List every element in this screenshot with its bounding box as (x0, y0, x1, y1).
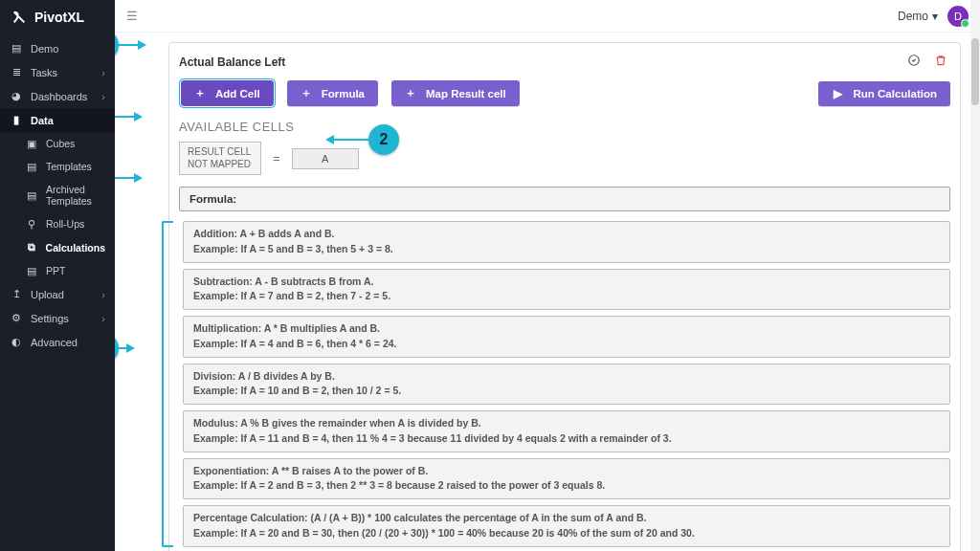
collapse-icon[interactable]: ☰ (126, 9, 138, 23)
nav-icon: ▤ (10, 42, 23, 55)
result-cell-box[interactable]: RESULT CELL NOT MAPPED (179, 142, 261, 175)
callout-4: 4 (115, 333, 119, 364)
plus-icon: ＋ (405, 86, 416, 100)
nav-icon: ▣ (25, 138, 38, 149)
plus-icon: ＋ (301, 86, 312, 100)
sidebar-item-ppt[interactable]: ▤PPT (0, 259, 115, 282)
help-block: Multiplication: A * B multiplies A and B… (183, 316, 950, 358)
nav-icon: ≣ (10, 66, 23, 78)
chevron-right-icon: › (101, 67, 105, 78)
sidebar-item-label: Demo (31, 43, 58, 55)
sidebar-item-tasks[interactable]: ≣Tasks› (0, 60, 115, 84)
caret-down-icon: ▾ (932, 10, 938, 23)
scrollbar-thumb[interactable] (971, 38, 979, 105)
nav-icon: ◕ (10, 90, 23, 102)
nav-icon: ⚲ (25, 218, 38, 230)
sidebar-item-label: Advanced (31, 337, 78, 348)
sidebar-item-label: Settings (31, 313, 69, 324)
sidebar-item-roll-ups[interactable]: ⚲Roll-Ups (0, 212, 115, 235)
sidebar-item-label: Data (31, 115, 54, 126)
main: ☰ Demo ▾ D 5 1 3 (115, 0, 980, 551)
sidebar-item-label: Calculations (46, 242, 105, 253)
nav-icon: ⚙ (10, 312, 23, 324)
formula-label-box: Formula: (179, 187, 950, 211)
bracket-icon (162, 221, 173, 547)
map-result-button[interactable]: ＋ Map Result cell (391, 80, 520, 106)
nav-icon: ↥ (10, 288, 23, 300)
chevron-right-icon: › (101, 289, 105, 300)
sidebar-item-label: Roll-Ups (46, 218, 84, 230)
calculation-panel: Actual Balance Left ＋ Add Cell (168, 42, 961, 551)
nav-icon: ⧉ (25, 241, 38, 253)
edit-button[interactable] (904, 51, 924, 73)
brand: PivotXL (0, 0, 115, 36)
nav-icon: ▤ (25, 189, 38, 201)
sidebar-item-label: ArchivedTemplates (46, 184, 92, 207)
nav-list: ▤Demo≣Tasks›◕Dashboards›▮Data▣Cubes▤Temp… (0, 36, 115, 354)
chevron-right-icon: › (101, 313, 105, 324)
panel-title: Actual Balance Left (179, 55, 285, 69)
sidebar-item-calculations[interactable]: ⧉Calculations (0, 235, 115, 259)
sidebar-item-demo[interactable]: ▤Demo (0, 36, 115, 60)
nav-icon: ▮ (10, 114, 23, 126)
sidebar-item-data[interactable]: ▮Data (0, 108, 115, 132)
play-icon: ▶ (832, 87, 843, 100)
logo-icon (11, 10, 27, 25)
sidebar-item-cubes[interactable]: ▣Cubes (0, 132, 115, 155)
sidebar-item-upload[interactable]: ↥Upload› (0, 282, 115, 306)
sidebar-item-advanced[interactable]: ◐Advanced (0, 330, 115, 354)
sidebar-item-label: Tasks (31, 67, 57, 78)
help-block: Division: A / B divides A by B.Example: … (183, 364, 950, 406)
trash-icon (934, 54, 947, 67)
sidebar-item-label: PPT (46, 265, 65, 276)
help-block: Exponentiation: A ** B raises A to the p… (183, 458, 950, 500)
sidebar: PivotXL ▤Demo≣Tasks›◕Dashboards›▮Data▣Cu… (0, 0, 115, 551)
sidebar-item-settings[interactable]: ⚙Settings› (0, 306, 115, 330)
help-block: Percentage Calculation: (A / (A + B)) * … (183, 505, 950, 547)
sidebar-item-label: Dashboards (31, 91, 87, 102)
available-cells-label: AVAILABLE CELLS (179, 120, 950, 134)
content: 5 1 3 4 2 (115, 33, 980, 551)
sidebar-item-archived-templates[interactable]: ▤ArchivedTemplates (0, 178, 115, 212)
callout-5: 5 (115, 33, 119, 60)
sidebar-item-label: Upload (31, 289, 64, 300)
cell-a[interactable]: A (292, 148, 359, 169)
brand-text: PivotXL (34, 10, 84, 25)
delete-button[interactable] (931, 51, 950, 73)
help-block: Modulus: A % B gives the remainder when … (183, 410, 950, 452)
plus-icon: ＋ (194, 86, 206, 100)
button-row: ＋ Add Cell ＋ Formula ＋ Map Result cell ▶ (179, 80, 950, 106)
help-area: Addition: A + B adds A and B.Example: If… (179, 221, 950, 547)
cells-row: RESULT CELL NOT MAPPED = A (179, 142, 950, 175)
chevron-right-icon: › (101, 91, 105, 102)
equals-sign: = (273, 151, 280, 165)
edit-icon (907, 54, 921, 67)
add-cell-button[interactable]: ＋ Add Cell (181, 80, 274, 106)
topbar: ☰ Demo ▾ D (115, 0, 980, 33)
user-menu[interactable]: Demo ▾ (898, 10, 938, 23)
nav-icon: ◐ (10, 336, 23, 348)
user-name: Demo (898, 10, 928, 23)
sidebar-item-label: Templates (46, 161, 92, 172)
help-block: Subtraction: A - B subtracts B from A.Ex… (183, 269, 950, 311)
avatar[interactable]: D (947, 6, 969, 27)
sidebar-item-label: Cubes (46, 138, 75, 149)
nav-icon: ▤ (25, 265, 38, 276)
sidebar-item-templates[interactable]: ▤Templates (0, 155, 115, 178)
sidebar-item-dashboards[interactable]: ◕Dashboards› (0, 84, 115, 108)
run-calculation-button[interactable]: ▶ Run Calculation (818, 81, 950, 106)
formula-button[interactable]: ＋ Formula (287, 80, 378, 106)
scrollbar-track[interactable] (970, 0, 980, 551)
nav-icon: ▤ (25, 161, 38, 172)
help-block: Addition: A + B adds A and B.Example: If… (183, 221, 950, 263)
